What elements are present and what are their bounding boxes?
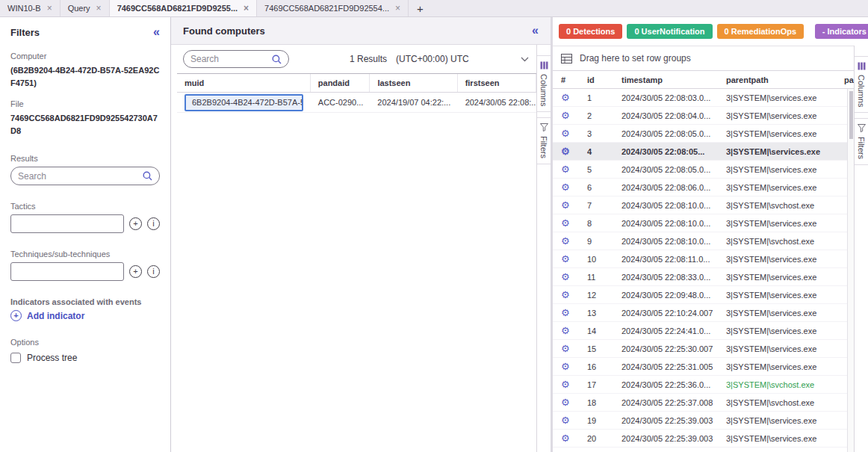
event-row[interactable]: ⚙82024/30/05 22:08:10.0...3|SYSTEM|\serv… bbox=[553, 214, 854, 232]
tab-7469cc568ad6821fd9d92554[interactable]: 7469CC568AD6821FD9D92554...× bbox=[257, 0, 409, 16]
timezone-select[interactable]: (UTC+00:00) UTC bbox=[396, 54, 529, 64]
found-computers-panel: Found computers « 1 Result bbox=[171, 17, 553, 452]
gear-icon[interactable]: ⚙ bbox=[561, 362, 570, 371]
collapse-filters-icon[interactable]: « bbox=[153, 26, 160, 38]
row-group-drop-zone[interactable]: Drag here to set row groups bbox=[553, 46, 854, 71]
gear-icon[interactable]: ⚙ bbox=[561, 326, 570, 335]
tactics-info-icon[interactable]: i bbox=[147, 217, 160, 230]
gear-icon[interactable]: ⚙ bbox=[561, 182, 570, 192]
close-tab-icon[interactable]: × bbox=[244, 4, 249, 13]
status-badge[interactable]: 0 UserNotification bbox=[627, 24, 712, 39]
scrollbar-thumb[interactable] bbox=[849, 91, 853, 139]
gear-icon[interactable]: ⚙ bbox=[561, 164, 570, 174]
event-row[interactable]: ⚙172024/30/05 22:25:36.0...3|SYSTEM|\svc… bbox=[553, 376, 854, 394]
event-row[interactable]: ⚙102024/30/05 22:08:11.0...3|SYSTEM|\ser… bbox=[553, 250, 854, 268]
chevron-down-icon bbox=[521, 57, 529, 62]
event-row[interactable]: ⚙162024/30/05 22:25:31.0053|SYSTEM|\serv… bbox=[553, 358, 854, 376]
gear-icon[interactable]: ⚙ bbox=[561, 308, 570, 318]
status-badge[interactable]: - Indicators bbox=[815, 24, 868, 39]
event-id: 13 bbox=[587, 309, 621, 318]
event-parentpath: 3|SYSTEM|\services.exe bbox=[726, 416, 844, 425]
close-tab-icon[interactable]: × bbox=[395, 4, 400, 13]
column-header-firstseen[interactable]: firstseen bbox=[458, 74, 536, 92]
event-row[interactable]: ⚙112024/30/05 22:08:33.0...3|SYSTEM|\ser… bbox=[553, 268, 854, 286]
add-tab-button[interactable]: + bbox=[409, 0, 432, 16]
computer-label: Computer bbox=[10, 52, 160, 61]
add-indicator-button[interactable]: + Add indicator bbox=[10, 310, 160, 321]
event-row[interactable]: ⚙132024/30/05 22:10:24.0073|SYSTEM|\serv… bbox=[553, 304, 854, 322]
filter-funnel-icon bbox=[540, 123, 548, 131]
event-row[interactable]: ⚙32024/30/05 22:08:05.0...3|SYSTEM|\serv… bbox=[553, 125, 854, 143]
gear-icon[interactable]: ⚙ bbox=[561, 380, 570, 389]
tab-7469cc568ad6821fd9d9255[interactable]: 7469CC568AD6821FD9D9255...× bbox=[110, 0, 257, 16]
techniques-add-icon[interactable]: + bbox=[129, 265, 142, 278]
event-timestamp: 2024/30/05 22:08:10.0... bbox=[621, 201, 726, 210]
gear-icon[interactable]: ⚙ bbox=[561, 200, 570, 210]
column-header-id[interactable]: id bbox=[587, 75, 621, 84]
gear-icon[interactable]: ⚙ bbox=[561, 146, 570, 156]
column-header-timestamp[interactable]: timestamp bbox=[621, 75, 726, 84]
gear-icon[interactable]: ⚙ bbox=[561, 290, 570, 300]
techniques-input[interactable] bbox=[10, 262, 124, 281]
close-tab-icon[interactable]: × bbox=[47, 4, 52, 13]
event-row[interactable]: ⚙182024/30/05 22:25:37.0083|SYSTEM|\svch… bbox=[553, 394, 854, 412]
gear-icon[interactable]: ⚙ bbox=[561, 415, 570, 425]
event-row[interactable]: ⚙92024/30/05 22:08:10.0...3|SYSTEM|\svch… bbox=[553, 232, 854, 250]
tab-win10-b[interactable]: WIN10-B× bbox=[0, 0, 61, 16]
techniques-info-icon[interactable]: i bbox=[147, 265, 160, 278]
column-header-muid[interactable]: muid bbox=[177, 74, 311, 92]
event-row[interactable]: ⚙192024/30/05 22:25:39.0033|SYSTEM|\serv… bbox=[553, 412, 854, 430]
close-tab-icon[interactable]: × bbox=[96, 4, 102, 13]
gear-icon[interactable]: ⚙ bbox=[561, 111, 570, 120]
column-header-pandaid[interactable]: pandaid bbox=[311, 74, 371, 92]
computers-filters-tab[interactable]: Filters bbox=[537, 117, 551, 164]
event-timestamp: 2024/30/05 22:08:11.0... bbox=[621, 255, 726, 264]
column-header-lastseen[interactable]: lastseen bbox=[370, 74, 457, 92]
computers-search-input[interactable] bbox=[190, 54, 272, 64]
event-id: 18 bbox=[587, 398, 621, 407]
gear-icon[interactable]: ⚙ bbox=[561, 218, 570, 228]
tactics-add-icon[interactable]: + bbox=[129, 217, 142, 230]
column-header-hash[interactable]: # bbox=[553, 75, 587, 84]
event-row[interactable]: ⚙12024/30/05 22:08:03.0...3|SYSTEM|\serv… bbox=[553, 89, 854, 107]
process-tree-label: Process tree bbox=[27, 353, 77, 363]
events-filters-tab[interactable]: Filters bbox=[855, 118, 868, 165]
gear-icon[interactable]: ⚙ bbox=[561, 272, 570, 282]
results-search-input[interactable] bbox=[18, 171, 143, 182]
event-timestamp: 2024/30/05 22:25:39.003 bbox=[621, 416, 726, 425]
event-row[interactable]: ⚙62024/30/05 22:08:06.0...3|SYSTEM|\serv… bbox=[553, 179, 854, 196]
column-header-parentpath[interactable]: parentpath bbox=[726, 75, 844, 84]
computer-muid-cell[interactable]: 6B2B9204-4B24-472D-B57A-52E... bbox=[185, 94, 303, 111]
event-parentpath: 3|SYSTEM|\services.exe bbox=[726, 255, 844, 264]
event-row[interactable]: ⚙202024/30/05 22:25:39.0033|SYSTEM|\serv… bbox=[553, 430, 854, 448]
columns-icon bbox=[540, 61, 548, 69]
process-tree-checkbox[interactable] bbox=[10, 353, 21, 363]
event-row[interactable]: ⚙142024/30/05 22:24:41.0...3|SYSTEM|\ser… bbox=[553, 322, 854, 340]
computer-row[interactable]: 6B2B9204-4B24-472D-B57A-52E... ACC-0290.… bbox=[177, 93, 536, 113]
gear-icon[interactable]: ⚙ bbox=[561, 236, 570, 246]
gear-icon[interactable]: ⚙ bbox=[561, 397, 570, 407]
collapse-computers-icon[interactable]: « bbox=[532, 25, 539, 37]
computers-table: muid pandaid lastseen firstseen 6B2B9204… bbox=[177, 73, 536, 113]
event-row[interactable]: ⚙72024/30/05 22:08:10.0...3|SYSTEM|\svch… bbox=[553, 196, 854, 214]
event-row[interactable]: ⚙52024/30/05 22:08:05.0...3|SYSTEM|\serv… bbox=[553, 161, 854, 179]
status-badge[interactable]: 0 RemediationOps bbox=[717, 24, 805, 39]
computers-columns-tab[interactable]: Columns bbox=[537, 55, 551, 112]
gear-icon[interactable]: ⚙ bbox=[561, 129, 570, 138]
computers-side-strip: Columns Filters bbox=[536, 45, 551, 452]
event-row[interactable]: ⚙152024/30/05 22:25:30.0073|SYSTEM|\serv… bbox=[553, 340, 854, 358]
event-parentpath: 3|SYSTEM|\services.exe bbox=[726, 219, 844, 228]
gear-icon[interactable]: ⚙ bbox=[561, 433, 570, 443]
status-badge[interactable]: 0 Detections bbox=[559, 24, 622, 39]
event-row[interactable]: ⚙122024/30/05 22:09:48.0...3|SYSTEM|\ser… bbox=[553, 286, 854, 304]
tab-query[interactable]: Query× bbox=[61, 0, 110, 16]
vertical-scrollbar[interactable] bbox=[847, 89, 854, 452]
event-row[interactable]: ⚙42024/30/05 22:08:05...3|SYSTEM|\servic… bbox=[553, 143, 854, 161]
events-columns-tab[interactable]: Columns bbox=[855, 56, 868, 113]
gear-icon[interactable]: ⚙ bbox=[561, 254, 570, 264]
gear-icon[interactable]: ⚙ bbox=[561, 344, 570, 353]
column-header-pa[interactable]: pa bbox=[844, 75, 854, 84]
gear-icon[interactable]: ⚙ bbox=[561, 93, 570, 102]
event-row[interactable]: ⚙22024/30/05 22:08:04.0...3|SYSTEM|\serv… bbox=[553, 107, 854, 125]
tactics-input[interactable] bbox=[10, 214, 124, 233]
